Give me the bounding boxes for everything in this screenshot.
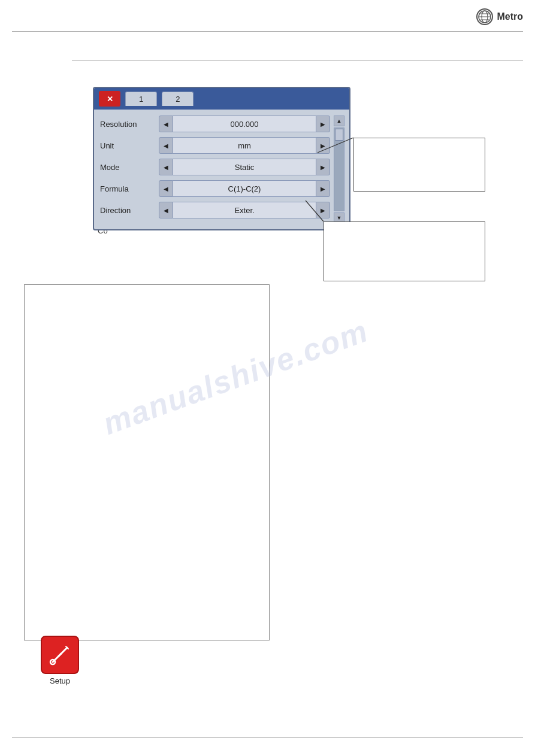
resolution-control: ◀ 000.000 ▶ — [159, 116, 330, 132]
direction-right-arrow[interactable]: ▶ — [316, 202, 330, 218]
logo-text: Metro — [497, 11, 523, 22]
svg-line-9 — [59, 648, 67, 656]
scroll-up-arrow[interactable]: ▲ — [334, 116, 344, 126]
mode-control: ◀ Static ▶ — [159, 159, 330, 175]
direction-label: Direction — [100, 206, 154, 215]
close-button[interactable]: ✕ — [99, 91, 120, 107]
dialog-scrollbar: ▲ ▼ — [334, 116, 344, 223]
tab-2-button[interactable]: 2 — [162, 92, 194, 106]
logo-globe-icon — [476, 8, 493, 25]
formula-control: ◀ C(1)-C(2) ▶ — [159, 180, 330, 197]
resolution-right-arrow[interactable]: ▶ — [316, 116, 330, 132]
unit-right-arrow[interactable]: ▶ — [316, 137, 330, 154]
formula-left-arrow[interactable]: ◀ — [159, 180, 173, 197]
bottom-divider — [12, 737, 523, 738]
formula-right-arrow[interactable]: ▶ — [316, 180, 330, 197]
callout-box-lower — [324, 221, 485, 281]
dialog-content: Resolution ◀ 000.000 ▶ Unit ◀ mm ▶ Mode — [100, 116, 330, 223]
dialog-body: Resolution ◀ 000.000 ▶ Unit ◀ mm ▶ Mode — [94, 110, 349, 229]
mode-value: Static — [173, 159, 316, 175]
resolution-value: 000.000 — [173, 116, 316, 132]
lower-left-panel — [24, 284, 270, 640]
scroll-thumb[interactable] — [335, 129, 343, 141]
setup-area: Setup — [41, 636, 79, 685]
direction-control: ◀ Exter. ▶ — [159, 202, 330, 218]
resolution-row: Resolution ◀ 000.000 ▶ — [100, 116, 330, 132]
settings-dialog: ✕ 1 2 Resolution ◀ 000.000 ▶ Unit ◀ mm ▶ — [93, 87, 350, 230]
mode-label: Mode — [100, 163, 154, 172]
mode-left-arrow[interactable]: ◀ — [159, 159, 173, 175]
setup-label: Setup — [50, 676, 70, 685]
mode-right-arrow[interactable]: ▶ — [316, 159, 330, 175]
callout-box-upper — [353, 138, 485, 192]
setup-button[interactable] — [41, 636, 79, 674]
unit-row: Unit ◀ mm ▶ — [100, 137, 330, 154]
dialog-titlebar: ✕ 1 2 — [94, 88, 349, 110]
direction-left-arrow[interactable]: ◀ — [159, 202, 173, 218]
formula-label: Formula — [100, 184, 154, 193]
unit-label: Unit — [100, 141, 154, 150]
logo-area: Metro — [476, 8, 523, 25]
unit-control: ◀ mm ▶ — [159, 137, 330, 154]
formula-row: Formula ◀ C(1)-C(2) ▶ — [100, 180, 330, 197]
resolution-label: Resolution — [100, 120, 154, 129]
sub-divider — [72, 60, 523, 60]
resolution-left-arrow[interactable]: ◀ — [159, 116, 173, 132]
scroll-track — [334, 127, 344, 211]
tab-1-button[interactable]: 1 — [125, 92, 157, 106]
unit-left-arrow[interactable]: ◀ — [159, 137, 173, 154]
unit-value: mm — [173, 137, 316, 154]
top-divider — [12, 31, 523, 32]
mode-row: Mode ◀ Static ▶ — [100, 159, 330, 175]
direction-row: Direction ◀ Exter. ▶ — [100, 202, 330, 218]
formula-value: C(1)-C(2) — [173, 180, 316, 197]
direction-value: Exter. — [173, 202, 316, 218]
